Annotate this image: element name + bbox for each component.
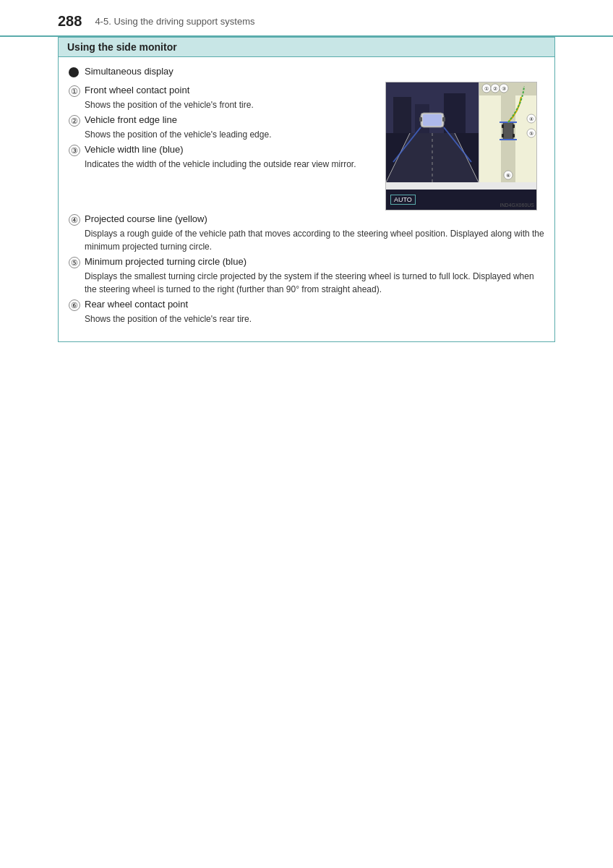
svg-text:⑥: ⑥ bbox=[506, 173, 510, 178]
item-desc-4: Displays a rough guide of the vehicle pa… bbox=[85, 227, 544, 253]
section-content: Simultaneous display ① Front wheel conta… bbox=[59, 57, 554, 341]
page-header-title: 4-5. Using the driving support systems bbox=[95, 16, 254, 27]
svg-rect-12 bbox=[442, 117, 445, 122]
svg-rect-6 bbox=[393, 97, 411, 133]
two-col-layout: ① Front wheel contact point Shows the po… bbox=[69, 82, 544, 210]
bullet-row: Simultaneous display bbox=[69, 66, 544, 77]
list-col: ① Front wheel contact point Shows the po… bbox=[69, 82, 377, 174]
status-auto-label: AUTO bbox=[390, 195, 416, 205]
list-item: ④ Projected course line (yellow) bbox=[69, 213, 544, 226]
map-area: ① ② ③ ④ bbox=[479, 82, 536, 182]
item-title-5: Minimum projected turning circle (blue) bbox=[85, 256, 247, 267]
item-title-4: Projected course line (yellow) bbox=[85, 213, 207, 224]
list-item: ⑥ Rear wheel contact point bbox=[69, 299, 544, 311]
diagram-box: ① ② ③ ④ bbox=[385, 82, 537, 210]
svg-text:④: ④ bbox=[529, 116, 533, 122]
page-header: 288 4-5. Using the driving support syste… bbox=[0, 0, 613, 37]
full-width-item-4: ④ Projected course line (yellow) Display… bbox=[69, 213, 544, 253]
list-item: ② Vehicle front edge line bbox=[69, 114, 377, 127]
section-box: Using the side monitor Simultaneous disp… bbox=[58, 37, 555, 342]
diagram-code: IND4GX060US bbox=[500, 203, 534, 208]
item-number-1: ① bbox=[69, 85, 80, 97]
svg-text:③: ③ bbox=[502, 86, 506, 91]
full-width-item-6: ⑥ Rear wheel contact point Shows the pos… bbox=[69, 299, 544, 326]
item-title-2: Vehicle front edge line bbox=[85, 114, 177, 125]
section-title: Using the side monitor bbox=[59, 38, 554, 57]
item-number-4: ④ bbox=[69, 214, 80, 226]
item-number-6: ⑥ bbox=[69, 299, 80, 311]
svg-rect-11 bbox=[419, 117, 422, 122]
item-desc-6: Shows the position of the vehicle's rear… bbox=[85, 312, 544, 326]
item-number-5: ⑤ bbox=[69, 257, 80, 268]
list-item: ① Front wheel contact point bbox=[69, 85, 377, 97]
svg-rect-10 bbox=[423, 114, 442, 126]
svg-rect-22 bbox=[513, 134, 515, 137]
item-desc-2: Shows the position of the vehicle's lead… bbox=[85, 128, 377, 141]
page-container: 288 4-5. Using the driving support syste… bbox=[0, 0, 613, 868]
item-number-3: ③ bbox=[69, 145, 80, 156]
full-width-item-5: ⑤ Minimum projected turning circle (blue… bbox=[69, 256, 544, 296]
bullet-label: Simultaneous display bbox=[85, 66, 173, 77]
svg-rect-21 bbox=[502, 134, 504, 137]
cam-svg bbox=[386, 82, 479, 182]
svg-rect-20 bbox=[513, 124, 515, 128]
svg-rect-8 bbox=[444, 93, 466, 133]
item-desc-3: Indicates the width of the vehicle inclu… bbox=[85, 158, 377, 171]
image-col: ① ② ③ ④ bbox=[385, 82, 544, 210]
list-item: ③ Vehicle width line (blue) bbox=[69, 144, 377, 156]
svg-rect-18 bbox=[503, 122, 513, 140]
item-number-2: ② bbox=[69, 115, 80, 127]
page-number: 288 bbox=[58, 13, 82, 30]
item-title-1: Front wheel contact point bbox=[85, 85, 189, 95]
svg-text:②: ② bbox=[493, 86, 497, 91]
svg-text:①: ① bbox=[484, 86, 489, 91]
cam-view bbox=[386, 82, 479, 182]
item-desc-1: Shows the position of the vehicle's fron… bbox=[85, 98, 377, 111]
svg-text:⑤: ⑤ bbox=[529, 131, 533, 136]
item-desc-5: Displays the smallest turning circle pro… bbox=[85, 270, 544, 296]
list-item: ⑤ Minimum projected turning circle (blue… bbox=[69, 256, 544, 268]
svg-rect-19 bbox=[502, 124, 504, 128]
map-svg: ① ② ③ ④ bbox=[479, 82, 536, 182]
item-title-3: Vehicle width line (blue) bbox=[85, 144, 184, 155]
bullet-dot bbox=[69, 67, 79, 77]
item-title-6: Rear wheel contact point bbox=[85, 299, 188, 310]
